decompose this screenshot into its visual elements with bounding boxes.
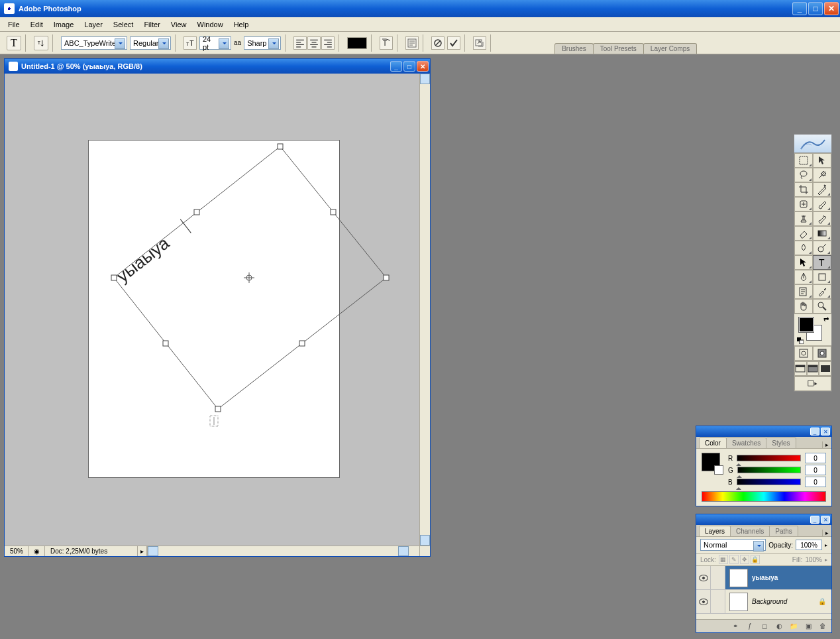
opacity-value[interactable]: 100%: [796, 540, 822, 550]
swap-colors-icon[interactable]: ⇄: [823, 316, 829, 323]
screen-standard-button[interactable]: [794, 361, 807, 376]
menu-filter[interactable]: Filter: [138, 19, 165, 30]
fill-arrow[interactable]: ▸: [825, 557, 827, 563]
screen-fullmenu-button[interactable]: [807, 361, 819, 376]
history-brush-tool[interactable]: [813, 211, 831, 226]
tab-layers[interactable]: Layers: [699, 526, 731, 536]
font-size-select[interactable]: 24 pt: [199, 36, 231, 50]
color-spectrum[interactable]: [702, 491, 826, 502]
new-group-button[interactable]: 📁: [788, 621, 800, 632]
shape-tool[interactable]: [813, 270, 831, 284]
tab-channels[interactable]: Channels: [730, 526, 770, 536]
magic-wand-tool[interactable]: [813, 168, 831, 182]
commit-edit-button[interactable]: [447, 36, 460, 50]
menu-window[interactable]: Window: [192, 19, 229, 30]
palette-tab-layer-comps[interactable]: Layer Comps: [643, 43, 697, 54]
slice-tool[interactable]: [813, 182, 831, 197]
blend-mode-select[interactable]: Normal: [700, 539, 766, 551]
healing-brush-tool[interactable]: [794, 197, 813, 211]
screen-full-button[interactable]: [819, 361, 831, 376]
r-slider[interactable]: [737, 455, 801, 461]
fill-value[interactable]: 100%: [805, 556, 822, 563]
clone-stamp-tool[interactable]: [794, 211, 813, 226]
minimize-button[interactable]: _: [792, 2, 807, 15]
b-value[interactable]: 0: [805, 477, 826, 487]
delete-layer-button[interactable]: 🗑: [817, 621, 829, 632]
menu-file[interactable]: File: [3, 19, 25, 30]
text-color-swatch[interactable]: [347, 37, 367, 49]
menu-image[interactable]: Image: [48, 19, 79, 30]
blur-tool[interactable]: [794, 241, 813, 255]
color-panel-titlebar[interactable]: _ ✕: [696, 426, 831, 437]
panel-close-button[interactable]: ✕: [821, 516, 830, 524]
menu-layer[interactable]: Layer: [79, 19, 108, 30]
doc-info[interactable]: Doc: 2,25M/0 bytes: [45, 546, 138, 556]
layer-row[interactable]: Background 🔒: [696, 590, 831, 614]
font-family-select[interactable]: ABC_TypeWriter…: [61, 36, 127, 50]
jump-to-imageready-button[interactable]: [794, 377, 831, 391]
marquee-tool[interactable]: [794, 153, 813, 168]
layer-mask-button[interactable]: ◻: [759, 621, 770, 632]
doc-close-button[interactable]: ✕: [417, 61, 429, 72]
tool-preset-icon[interactable]: T: [7, 36, 21, 50]
lock-transparency-button[interactable]: ▦: [719, 555, 728, 564]
align-left-button[interactable]: [293, 36, 307, 50]
eraser-tool[interactable]: [794, 226, 813, 241]
b-slider[interactable]: [737, 479, 801, 485]
layer-thumbnail[interactable]: T: [729, 569, 748, 587]
move-tool[interactable]: [813, 153, 831, 168]
visibility-toggle[interactable]: [696, 566, 711, 589]
lasso-tool[interactable]: [794, 168, 813, 182]
canvas-area[interactable]: уыаыуа: [5, 74, 419, 546]
panel-menu-button[interactable]: ▸: [822, 530, 831, 536]
resize-grip[interactable]: [419, 546, 430, 556]
link-toggle[interactable]: [711, 566, 725, 589]
quickmask-mode-button[interactable]: [813, 346, 831, 361]
edit-in-imageready-button[interactable]: [473, 36, 486, 50]
lock-position-button[interactable]: ✥: [740, 555, 749, 564]
opacity-arrow[interactable]: ▸: [825, 542, 827, 548]
warp-text-button[interactable]: T: [380, 36, 393, 50]
tab-paths[interactable]: Paths: [769, 526, 798, 536]
antialias-select[interactable]: Sharp: [244, 36, 281, 50]
align-right-button[interactable]: [321, 36, 335, 50]
doc-info-menu[interactable]: ▸: [138, 546, 147, 556]
link-toggle[interactable]: [711, 590, 725, 613]
menu-help[interactable]: Help: [229, 19, 254, 30]
align-center-button[interactable]: [307, 36, 321, 50]
color-panel-swatch[interactable]: [702, 453, 720, 471]
menu-view[interactable]: View: [166, 19, 192, 30]
palette-tab-tool-presets[interactable]: Tool Presets: [593, 43, 644, 54]
layer-thumbnail[interactable]: [729, 593, 748, 611]
r-value[interactable]: 0: [805, 453, 826, 463]
lock-all-button[interactable]: 🔒: [751, 555, 760, 564]
status-icon[interactable]: ◉: [29, 546, 45, 556]
maximize-button[interactable]: □: [808, 2, 823, 15]
path-selection-tool[interactable]: [794, 255, 813, 270]
close-button[interactable]: ✕: [824, 2, 839, 15]
layer-row[interactable]: T уыаыуа: [696, 566, 831, 590]
visibility-toggle[interactable]: [696, 590, 711, 613]
tab-styles[interactable]: Styles: [766, 437, 796, 448]
tab-swatches[interactable]: Swatches: [726, 437, 766, 448]
foreground-color-swatch[interactable]: [798, 317, 814, 333]
menu-edit[interactable]: Edit: [25, 19, 48, 30]
cancel-edit-button[interactable]: [431, 36, 445, 50]
lock-pixels-button[interactable]: ✎: [729, 555, 739, 564]
pen-tool[interactable]: [794, 270, 813, 284]
dodge-tool[interactable]: [813, 241, 831, 255]
g-slider[interactable]: [737, 467, 801, 473]
brush-tool[interactable]: [813, 197, 831, 211]
doc-maximize-button[interactable]: □: [403, 61, 415, 72]
character-palette-button[interactable]: [405, 36, 419, 50]
g-value[interactable]: 0: [805, 465, 826, 475]
gradient-tool[interactable]: [813, 226, 831, 241]
document-titlebar[interactable]: Untitled-1 @ 50% (уыаыуа, RGB/8) _ □ ✕: [5, 59, 430, 74]
default-colors-icon[interactable]: [797, 337, 804, 344]
hand-tool[interactable]: [794, 299, 813, 314]
doc-minimize-button[interactable]: _: [390, 61, 402, 72]
panel-minimize-button[interactable]: _: [810, 428, 819, 436]
zoom-tool[interactable]: [813, 299, 831, 314]
palette-tab-brushes[interactable]: Brushes: [554, 43, 594, 54]
panel-close-button[interactable]: ✕: [821, 428, 830, 436]
